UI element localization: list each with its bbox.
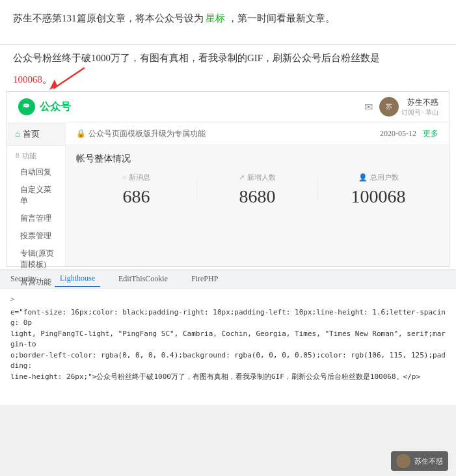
- svg-point-3: [25, 105, 26, 106]
- stats-title: 帐号整体情况: [76, 153, 438, 165]
- user-subtitle: 订阅号 · 草山: [401, 108, 439, 117]
- sidebar-home-item[interactable]: ⌂ 首页: [7, 123, 65, 146]
- wechat-body: ⌂ 首页 ⠿ 功能 自动回复 自定义菜单 留言管理 投票管理 专辑(原页面模板)…: [7, 123, 449, 266]
- article-body-prefix: 公众号粉丝终于破1000万了，有图有真相，看我录制的GIF，刷新公众号后台粉丝数…: [13, 53, 380, 63]
- article-highlight: 100068: [13, 72, 42, 89]
- tab-lighthouse[interactable]: Lighthouse: [55, 271, 100, 287]
- bottom-username: 苏生不惑: [414, 456, 443, 466]
- main-content: 🔒 公众号页面模板版升级为专属功能 2020-05-12 更多 帐号整体情况: [66, 123, 449, 266]
- article-notice-text: 苏生不惑第131篇原创文章，将本公众号设为: [13, 13, 204, 23]
- red-arrow-icon: [46, 66, 91, 91]
- sidebar-home-label: 首页: [23, 128, 40, 140]
- user-avatar: 苏: [379, 97, 399, 117]
- stat-value-total-users: 100068: [318, 186, 438, 207]
- notification-message: 公众号页面模板版升级为专属功能: [88, 128, 206, 139]
- wechat-logo-text: 公众号: [40, 100, 71, 114]
- sidebar-item-comments[interactable]: 留言管理: [7, 210, 65, 227]
- trend-icon: ↗: [239, 173, 245, 182]
- wechat-panel: 公众号 ✉ 苏 苏生不惑 订阅号 · 草山 ⌂ 首页: [7, 91, 449, 267]
- stat-label-text-0: 新消息: [129, 173, 150, 182]
- sidebar-item-custommenu[interactable]: 自定义菜单: [7, 181, 65, 210]
- tab-security[interactable]: Security: [5, 272, 42, 287]
- user-info: 苏生不惑 订阅号 · 草山: [401, 97, 439, 117]
- sidebar-section-title: ⠿ 功能: [7, 146, 65, 163]
- stats-container: 帐号整体情况 ○ 新消息 686: [66, 145, 449, 215]
- html-inspector: > e="font-size: 16px;color: black;paddin…: [0, 288, 456, 405]
- message-icon: ○: [122, 173, 127, 181]
- sidebar: ⌂ 首页 ⠿ 功能 自动回复 自定义菜单 留言管理 投票管理 专辑(原页面模板)…: [7, 123, 66, 266]
- sidebar-item-albums[interactable]: 专辑(原页面模板): [7, 245, 65, 273]
- stat-item-messages: ○ 新消息 686: [76, 173, 196, 207]
- wechat-header: 公众号 ✉ 苏 苏生不惑 订阅号 · 草山: [7, 92, 449, 123]
- notification-date: 2020-05-12: [380, 129, 416, 139]
- star-link[interactable]: 星标: [206, 13, 225, 23]
- stat-label-total-users: 👤 总用户数: [318, 173, 438, 182]
- user-icon: 👤: [358, 173, 368, 182]
- grid-icon: ⠿: [15, 152, 20, 160]
- home-icon: ⌂: [15, 129, 20, 139]
- html-line-3: o;border-left-color: rgba(0, 0, 0, 0.4);…: [10, 350, 446, 372]
- stat-label-text-1: 新增人数: [247, 173, 276, 182]
- article-notice: 苏生不惑第131篇原创文章，将本公众号设为 星标 ，第一时间看最新文章。: [13, 10, 443, 27]
- notification-date-area: 2020-05-12 更多: [380, 128, 438, 139]
- svg-point-4: [27, 105, 28, 106]
- stat-label-messages: ○ 新消息: [76, 173, 196, 182]
- email-icon: ✉: [364, 101, 373, 113]
- wechat-icon: [18, 98, 36, 116]
- inspector-arrow: >: [10, 295, 446, 303]
- stat-item-new-users: ↗ 新增人数 8680: [197, 173, 317, 207]
- notification-bar: 🔒 公众号页面模板版升级为专属功能 2020-05-12 更多: [66, 123, 449, 145]
- wechat-header-right: ✉ 苏 苏生不惑 订阅号 · 草山: [364, 97, 439, 117]
- sidebar-section-label: 功能: [22, 151, 36, 161]
- stat-label-text-2: 总用户数: [370, 173, 399, 182]
- stats-grid: ○ 新消息 686 ↗ 新增人数 8680: [76, 173, 438, 207]
- article-notice-suffix: ，第一时间看最新文章。: [228, 13, 335, 23]
- article-body: 公众号粉丝终于破1000万了，有图有真相，看我录制的GIF，刷新公众号后台粉丝数…: [13, 50, 443, 67]
- tab-editthiscookie[interactable]: EditThisCookie: [113, 272, 173, 287]
- html-line-4: line-height: 26px;">公众号粉丝终于破1000万了，有图有真相…: [10, 372, 446, 383]
- lock-icon: 🔒: [76, 129, 86, 139]
- article-notice-section: 苏生不惑第131篇原创文章，将本公众号设为 星标 ，第一时间看最新文章。: [0, 0, 456, 45]
- stat-label-new-users: ↗ 新增人数: [197, 173, 317, 182]
- devtools-bar: Security Lighthouse EditThisCookie FireP…: [0, 270, 456, 288]
- sidebar-item-votes[interactable]: 投票管理: [7, 227, 65, 245]
- stat-value-messages: 686: [76, 186, 196, 207]
- bottom-avatar: [396, 454, 410, 468]
- notification-text: 🔒 公众号页面模板版升级为专属功能: [76, 128, 206, 139]
- svg-line-0: [53, 68, 85, 89]
- bottom-user-bar: 苏生不惑: [391, 451, 448, 471]
- user-avatar-area: 苏 苏生不惑 订阅号 · 草山: [379, 97, 439, 117]
- html-line-1: e="font-size: 16px;color: black;padding-…: [10, 307, 446, 329]
- notification-action[interactable]: 更多: [423, 128, 438, 139]
- stat-value-new-users: 8680: [197, 186, 317, 207]
- user-name: 苏生不惑: [401, 97, 439, 108]
- sidebar-item-autoreply[interactable]: 自动回复: [7, 163, 65, 181]
- tab-firephp[interactable]: FirePHP: [186, 272, 223, 287]
- html-line-2: light, PingFangTC-light, "PingFang SC", …: [10, 329, 446, 350]
- stat-item-total-users: 👤 总用户数 100068: [318, 173, 438, 207]
- wechat-logo: 公众号: [18, 98, 71, 116]
